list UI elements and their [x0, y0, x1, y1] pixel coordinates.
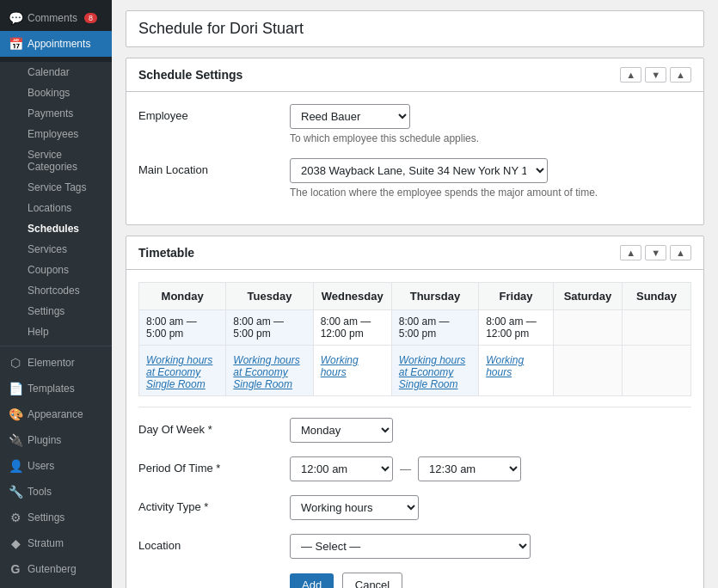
label: Locations [28, 202, 71, 214]
thursday-time: 8:00 am — 5:00 pm [391, 310, 478, 346]
comments-badge: 8 [84, 13, 97, 23]
table-row: Working hours at Economy Single Room Wor… [139, 346, 691, 396]
monday-time: 8:00 am — 5:00 pm [139, 310, 226, 346]
sidebar-item-users[interactable]: 👤 Users [0, 453, 112, 479]
timetable-title: Timetable [138, 246, 194, 260]
sidebar-item-services[interactable]: Services [21, 239, 112, 260]
location-row: Main Location 2038 Wayback Lane, Suite 3… [138, 158, 691, 199]
sidebar-item-payments[interactable]: Payments [21, 103, 112, 124]
sidebar-item-employees[interactable]: Employees [21, 124, 112, 144]
collapse-toggle-button[interactable]: ▲ [670, 67, 691, 83]
timetable-card: Timetable ▲ ▼ ▲ Monday Tuesday Wednesday… [126, 236, 704, 588]
time-range: 8:00 am — 12:00 pm [321, 315, 384, 340]
sunday-link [622, 346, 690, 396]
label: Settings [28, 305, 64, 317]
sidebar-item-settings2[interactable]: ⚙ Settings [0, 505, 112, 530]
location-add-row: Location — Select — [138, 534, 691, 559]
tuesday-time: 8:00 am — 5:00 pm [226, 310, 313, 346]
activity-control: Working hours Break Day off [290, 495, 691, 520]
main-content: Schedule for Dori Stuart Schedule Settin… [112, 0, 718, 588]
period-control: 12:00 am — 12:30 am [290, 456, 691, 481]
add-button[interactable]: Add [290, 573, 334, 588]
saturday-time [553, 310, 622, 346]
period-start-select[interactable]: 12:00 am [290, 456, 393, 481]
templates-icon: 📄 [9, 382, 22, 395]
time-range: 8:00 am — 5:00 pm [233, 315, 305, 340]
location-hint: The location where the employee spends t… [290, 187, 691, 199]
sidebar-item-appointments[interactable]: 📅 Appointments [0, 31, 112, 57]
label: Service Categories [28, 149, 105, 173]
sidebar-item-bookings[interactable]: Bookings [21, 83, 112, 103]
friday-working-link[interactable]: Working hours [486, 354, 546, 378]
label: Service Tags [28, 181, 86, 193]
sidebar-item-service-categories[interactable]: Service Categories [21, 144, 112, 177]
col-sunday: Sunday [622, 283, 690, 310]
schedule-settings-body: Employee Reed Bauer To which employee th… [126, 92, 703, 224]
tuesday-working-link[interactable]: Working hours at Economy Single Room [233, 354, 305, 390]
label: Bookings [28, 87, 70, 99]
gutenberg-icon: G [9, 562, 22, 576]
location-add-label: Location [138, 534, 276, 552]
activity-select[interactable]: Working hours Break Day off [290, 495, 419, 520]
sidebar-item-ns-cloner[interactable]: ⧉ NS Cloner [0, 582, 112, 588]
col-friday: Friday [479, 283, 554, 310]
timetable-toggle-button[interactable]: ▲ [670, 245, 691, 260]
schedule-settings-card: Schedule Settings ▲ ▼ ▲ Employee Reed Ba… [126, 58, 704, 225]
day-of-week-control: Monday Tuesday Wednesday Thursday Friday… [290, 418, 691, 443]
sidebar-item-label: Appointments [28, 38, 90, 50]
sidebar-item-schedules[interactable]: Schedules [21, 218, 112, 239]
employee-label: Employee [138, 104, 276, 122]
action-spacer [138, 573, 276, 578]
employee-hint: To which employee this schedule applies. [290, 132, 691, 144]
label: Users [28, 460, 54, 472]
label: Gutenberg [28, 563, 77, 575]
stratum-icon: ◆ [9, 536, 22, 550]
label: Help [28, 326, 49, 338]
sidebar-item-locations[interactable]: Locations [21, 198, 112, 218]
sidebar-item-gutenberg[interactable]: G Gutenberg [0, 556, 112, 582]
sidebar-item-templates[interactable]: 📄 Templates [0, 376, 112, 401]
location-add-control: — Select — [290, 534, 691, 559]
wednesday-link: Working hours [313, 346, 391, 396]
appearance-icon: 🎨 [9, 407, 22, 421]
plugins-icon: 🔌 [9, 433, 22, 447]
employee-select[interactable]: Reed Bauer [290, 104, 410, 129]
wednesday-time: 8:00 am — 12:00 pm [313, 310, 391, 346]
label: Schedules [28, 223, 79, 235]
timetable-up-button[interactable]: ▲ [620, 245, 641, 260]
sidebar-item-help[interactable]: Help [21, 322, 112, 342]
label: Employees [28, 128, 78, 140]
sidebar-item-service-tags[interactable]: Service Tags [21, 177, 112, 198]
location-select[interactable]: 2038 Wayback Lane, Suite 34 New York NY … [290, 158, 548, 183]
schedule-settings-controls: ▲ ▼ ▲ [620, 67, 691, 83]
sidebar-item-appearance[interactable]: 🎨 Appearance [0, 401, 112, 427]
location-label: Main Location [138, 158, 276, 176]
wednesday-working-link[interactable]: Working hours [321, 354, 384, 378]
sidebar-item-coupons[interactable]: Coupons [21, 260, 112, 280]
sidebar-item-stratum[interactable]: ◆ Stratum [0, 530, 112, 556]
label: Shortcodes [28, 285, 80, 297]
sidebar-item-tools[interactable]: 🔧 Tools [0, 479, 112, 505]
collapse-up-button[interactable]: ▲ [620, 67, 641, 83]
thursday-working-link[interactable]: Working hours at Economy Single Room [399, 354, 471, 390]
sidebar-item-comments[interactable]: 💬 Comments 8 [0, 5, 112, 31]
sidebar-item-plugins[interactable]: 🔌 Plugins [0, 427, 112, 453]
day-of-week-select[interactable]: Monday Tuesday Wednesday Thursday Friday… [290, 418, 393, 443]
schedule-settings-header: Schedule Settings ▲ ▼ ▲ [126, 58, 703, 92]
collapse-down-button[interactable]: ▼ [645, 67, 666, 83]
location-add-select[interactable]: — Select — [290, 534, 531, 559]
appointments-icon: 📅 [9, 37, 22, 51]
users-icon: 👤 [9, 459, 22, 473]
divider [138, 407, 691, 407]
sidebar-item-calendar[interactable]: Calendar [21, 62, 112, 83]
cancel-button[interactable]: Cancel [342, 573, 402, 588]
sidebar-item-elementor[interactable]: ⬡ Elementor [0, 350, 112, 376]
page-title: Schedule for Dori Stuart [126, 10, 704, 47]
period-end-select[interactable]: 12:30 am [418, 456, 521, 481]
monday-working-link[interactable]: Working hours at Economy Single Room [146, 354, 218, 390]
friday-link: Working hours [479, 346, 554, 396]
timetable-down-button[interactable]: ▼ [645, 245, 666, 260]
sidebar-item-shortcodes[interactable]: Shortcodes [21, 280, 112, 301]
sidebar-item-settings[interactable]: Settings [21, 301, 112, 322]
period-label: Period Of Time * [138, 456, 276, 475]
